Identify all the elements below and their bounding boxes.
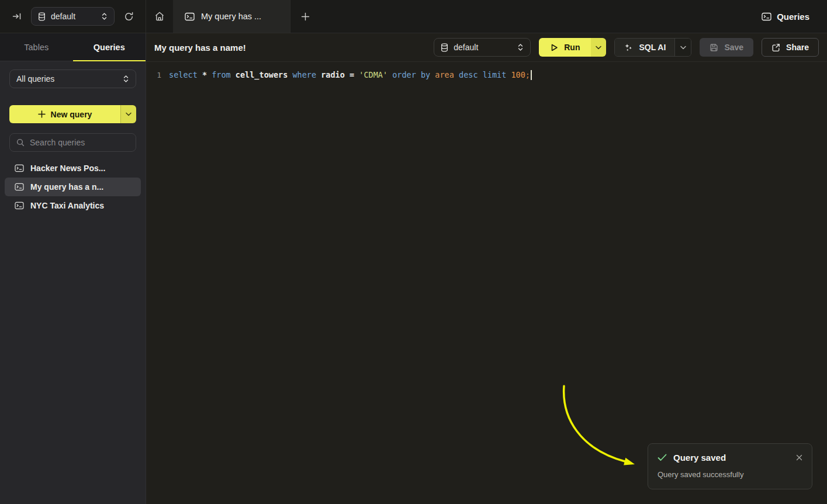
- topbar-left-section: default: [0, 0, 146, 33]
- search-icon: [16, 138, 25, 147]
- plus-icon: [301, 12, 310, 21]
- refresh-button[interactable]: [119, 7, 138, 26]
- chevron-down-icon: [126, 112, 132, 116]
- toolbar-database-value: default: [454, 43, 512, 52]
- plus-icon: [38, 110, 46, 118]
- tab-tables-label: Tables: [24, 43, 49, 52]
- database-selector-value: default: [51, 12, 96, 21]
- code-line: 1 select * from cell_towers where radio …: [146, 67, 827, 82]
- toast-title: Query saved: [673, 453, 726, 463]
- topbar-queries-indicator[interactable]: Queries: [762, 0, 827, 33]
- tab-bar: My query has ...: [146, 0, 320, 33]
- query-list-item[interactable]: Hacker News Pos...: [5, 159, 141, 178]
- collapse-sidebar-button[interactable]: [8, 7, 26, 26]
- sql-editor[interactable]: 1 select * from cell_towers where radio …: [146, 62, 827, 504]
- share-icon: [771, 43, 780, 52]
- text-cursor: [531, 70, 532, 80]
- run-label: Run: [564, 43, 580, 52]
- query-filter-dropdown[interactable]: All queries: [9, 69, 136, 88]
- query-list-item-label: NYC Taxi Analytics: [30, 201, 104, 210]
- query-search-box: [9, 133, 136, 152]
- toolbar-actions: default Run: [434, 38, 819, 57]
- search-queries-input[interactable]: [30, 138, 136, 147]
- query-terminal-icon: [15, 183, 24, 191]
- top-bar: default My query has ...: [0, 0, 827, 33]
- new-query-split-button: New query: [9, 105, 136, 123]
- sql-ai-label: SQL AI: [639, 43, 666, 52]
- home-icon: [154, 11, 165, 22]
- toast-header: Query saved: [658, 453, 802, 463]
- database-icon: [38, 12, 46, 21]
- chevron-down-icon: [596, 46, 601, 50]
- query-terminal-icon: [762, 12, 771, 21]
- query-title[interactable]: My query has a name!: [154, 43, 246, 53]
- check-icon: [658, 454, 667, 461]
- toolbar-database-selector[interactable]: default: [434, 38, 531, 57]
- sql-ai-split-button: SQL AI: [614, 38, 691, 57]
- share-button[interactable]: Share: [762, 38, 819, 57]
- toast-message: Query saved successfully: [658, 470, 802, 479]
- play-icon: [550, 43, 558, 52]
- line-number: 1: [146, 71, 161, 79]
- query-list-item-label: My query has a n...: [30, 182, 103, 192]
- tab-queries-label: Queries: [94, 43, 125, 52]
- tab-tables[interactable]: Tables: [0, 33, 73, 61]
- tab-label: My query has ...: [201, 12, 261, 21]
- run-split-button: Run: [539, 38, 606, 57]
- run-options-button[interactable]: [591, 38, 606, 57]
- new-query-label: New query: [51, 110, 92, 119]
- new-query-button[interactable]: New query: [9, 105, 120, 123]
- tab-queries[interactable]: Queries: [73, 33, 146, 61]
- save-label: Save: [724, 43, 743, 52]
- new-tab-button[interactable]: [290, 0, 320, 33]
- query-toolbar: My query has a name! default: [146, 33, 827, 62]
- home-button[interactable]: [146, 0, 173, 33]
- run-button[interactable]: Run: [539, 38, 591, 57]
- sidebar-content: All queries New query: [0, 61, 146, 215]
- toast-query-saved: Query saved Query saved successfully: [648, 443, 812, 489]
- sql-ai-button[interactable]: SQL AI: [615, 39, 674, 56]
- query-terminal-icon: [15, 201, 24, 210]
- queries-label: Queries: [777, 12, 809, 22]
- sidebar: Tables Queries All queries New query: [0, 33, 146, 504]
- collapse-sidebar-icon: [12, 12, 22, 21]
- database-icon: [441, 43, 448, 52]
- sparkles-icon: [624, 43, 633, 52]
- query-terminal-icon: [15, 164, 24, 172]
- toast-close-button[interactable]: [796, 454, 802, 461]
- tab-my-query[interactable]: My query has ...: [173, 0, 290, 33]
- sidebar-tabs: Tables Queries: [0, 33, 146, 61]
- sql-code-tokens: select * from cell_towers where radio = …: [169, 70, 530, 79]
- close-icon: [796, 454, 802, 461]
- query-list: Hacker News Pos... My query has a n... N…: [5, 159, 141, 215]
- main-panel: My query has a name! default: [146, 33, 827, 504]
- share-label: Share: [786, 43, 809, 52]
- chevron-updown-icon: [123, 75, 129, 83]
- new-query-dropdown-button[interactable]: [120, 105, 136, 123]
- query-list-item-selected[interactable]: My query has a n...: [5, 178, 141, 196]
- save-button[interactable]: Save: [700, 38, 753, 57]
- sql-ai-dropdown-button[interactable]: [674, 39, 691, 56]
- refresh-icon: [124, 12, 134, 22]
- query-list-item-label: Hacker News Pos...: [30, 164, 105, 173]
- chevron-updown-icon: [101, 12, 108, 20]
- chevron-down-icon: [680, 46, 686, 50]
- save-icon: [710, 43, 718, 52]
- query-list-item[interactable]: NYC Taxi Analytics: [5, 196, 141, 215]
- query-filter-value: All queries: [16, 74, 117, 84]
- chevron-updown-icon: [517, 43, 524, 51]
- topbar-database-selector[interactable]: default: [31, 7, 115, 26]
- query-terminal-icon: [185, 12, 195, 21]
